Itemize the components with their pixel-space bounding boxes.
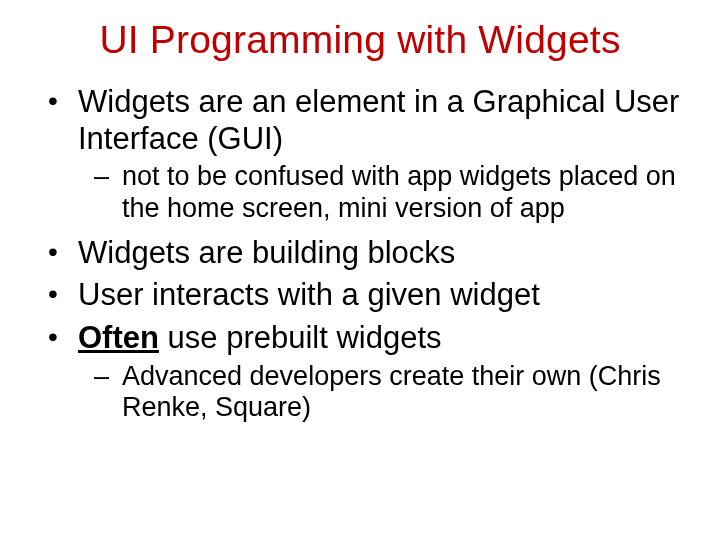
sub-bullet-list: Advanced developers create their own (Ch… <box>78 361 680 425</box>
sub-bullet-item: not to be confused with app widgets plac… <box>122 161 680 225</box>
sub-bullet-item: Advanced developers create their own (Ch… <box>122 361 680 425</box>
bullet-text: Widgets are an element in a Graphical Us… <box>78 84 679 156</box>
sub-bullet-list: not to be confused with app widgets plac… <box>78 161 680 225</box>
bullet-item: Widgets are building blocks <box>78 235 680 272</box>
bullet-text: Widgets are building blocks <box>78 235 455 270</box>
bullet-item: User interacts with a given widget <box>78 277 680 314</box>
sub-bullet-text: not to be confused with app widgets plac… <box>122 161 676 223</box>
bullet-text-emphasis: Often <box>78 320 159 355</box>
bullet-item: Widgets are an element in a Graphical Us… <box>78 84 680 225</box>
sub-bullet-text: Advanced developers create their own (Ch… <box>122 361 661 423</box>
bullet-item: Often use prebuilt widgets Advanced deve… <box>78 320 680 424</box>
bullet-text: use prebuilt widgets <box>159 320 442 355</box>
bullet-text: User interacts with a given widget <box>78 277 540 312</box>
bullet-list: Widgets are an element in a Graphical Us… <box>40 84 680 424</box>
slide-title: UI Programming with Widgets <box>40 18 680 62</box>
